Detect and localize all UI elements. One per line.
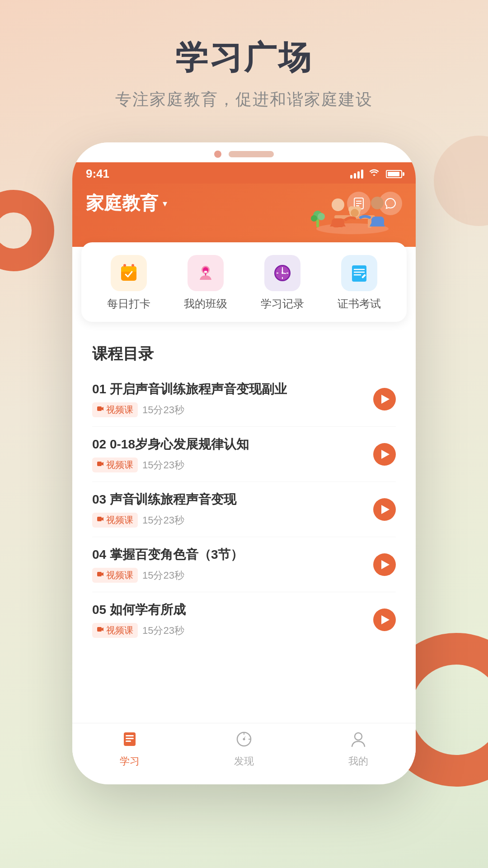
app-title-row: 家庭教育 ▾ xyxy=(86,191,167,216)
svg-point-18 xyxy=(311,215,317,222)
profile-nav-icon xyxy=(350,731,367,752)
svg-point-19 xyxy=(318,213,325,220)
course-tag: 视频课 xyxy=(92,513,138,528)
study-nav-label: 学习 xyxy=(120,755,140,768)
course-item-title: 03 声音训练旅程声音变现 xyxy=(92,491,373,508)
play-button[interactable] xyxy=(373,553,396,576)
status-icons xyxy=(350,169,402,179)
course-item[interactable]: 04 掌握百变角色音（3节） 视频课 15分23秒 xyxy=(92,537,396,592)
play-triangle-icon xyxy=(381,450,389,459)
course-item-left: 02 0-18岁身心发展规律认知 视频课 15分23秒 xyxy=(92,436,373,472)
phone-camera xyxy=(214,151,221,158)
play-button[interactable] xyxy=(373,609,396,631)
app-title: 家庭教育 xyxy=(86,191,158,216)
course-item-title: 01 开启声音训练旅程声音变现副业 xyxy=(92,381,373,398)
status-bar: 9:41 xyxy=(72,162,416,184)
course-duration: 15分23秒 xyxy=(142,403,184,417)
play-triangle-icon xyxy=(381,395,389,404)
course-section-title: 课程目录 xyxy=(92,344,396,364)
course-duration: 15分23秒 xyxy=(142,624,184,637)
course-item-left: 04 掌握百变角色音（3节） 视频课 15分23秒 xyxy=(92,546,373,583)
course-item[interactable]: 05 如何学有所成 视频课 15分23秒 xyxy=(92,592,396,647)
study-record-label: 学习记录 xyxy=(261,297,304,311)
svg-point-56 xyxy=(355,733,362,740)
video-icon xyxy=(97,405,104,415)
svg-point-24 xyxy=(131,264,134,267)
svg-rect-49 xyxy=(126,735,134,736)
course-tag: 视频课 xyxy=(92,623,138,638)
course-item[interactable]: 01 开启声音训练旅程声音变现副业 视频课 15分23秒 xyxy=(92,372,396,427)
svg-rect-15 xyxy=(371,217,384,226)
video-icon xyxy=(97,515,104,525)
my-class-icon xyxy=(188,255,224,291)
page-header: 学习广场 专注家庭教育，促进和谐家庭建设 xyxy=(0,0,488,129)
quick-menu-study-record[interactable]: 学习记录 xyxy=(261,255,304,311)
svg-rect-38 xyxy=(352,265,366,282)
course-item-title: 05 如何学有所成 xyxy=(92,601,373,618)
play-triangle-icon xyxy=(381,505,389,514)
course-duration: 15分23秒 xyxy=(142,569,184,582)
course-item-meta: 视频课 15分23秒 xyxy=(92,402,373,417)
course-list: 01 开启声音训练旅程声音变现副业 视频课 15分23秒 xyxy=(92,372,396,647)
course-item-left: 05 如何学有所成 视频课 15分23秒 xyxy=(92,601,373,638)
play-button[interactable] xyxy=(373,498,396,521)
app-header: 家庭教育 ▾ xyxy=(72,184,416,247)
status-time: 9:41 xyxy=(86,167,109,181)
course-item-title: 04 掌握百变角色音（3节） xyxy=(92,546,373,563)
svg-rect-50 xyxy=(126,738,134,739)
svg-rect-45 xyxy=(97,517,102,521)
course-duration: 15分23秒 xyxy=(142,458,184,472)
svg-rect-27 xyxy=(204,271,207,273)
svg-rect-46 xyxy=(97,572,102,576)
phone-notch xyxy=(72,142,416,162)
wifi-icon xyxy=(369,169,380,179)
phone-mockup: 9:41 xyxy=(72,142,416,784)
nav-profile[interactable]: 我的 xyxy=(348,731,368,768)
course-tag: 视频课 xyxy=(92,402,138,417)
course-item-left: 01 开启声音训练旅程声音变现副业 视频课 15分23秒 xyxy=(92,381,373,417)
video-icon xyxy=(97,571,104,580)
app-content: 9:41 xyxy=(72,162,416,777)
study-record-icon xyxy=(264,255,300,291)
course-item[interactable]: 03 声音训练旅程声音变现 视频课 15分23秒 xyxy=(92,482,396,537)
course-item-meta: 视频课 15分23秒 xyxy=(92,513,373,528)
course-section: 课程目录 01 开启声音训练旅程声音变现副业 视频课 xyxy=(81,331,407,723)
course-tag: 视频课 xyxy=(92,568,138,583)
my-class-label: 我的班级 xyxy=(184,297,227,311)
svg-rect-47 xyxy=(97,627,102,632)
battery-icon xyxy=(386,170,402,178)
header-illustration xyxy=(307,186,407,237)
daily-checkin-icon xyxy=(111,255,147,291)
bottom-nav: 学习 发现 xyxy=(72,723,416,777)
svg-point-12 xyxy=(332,198,344,211)
play-triangle-icon xyxy=(381,615,389,624)
course-item-meta: 视频课 15分23秒 xyxy=(92,568,373,583)
quick-menu-card: 每日打卡 我的班级 xyxy=(81,242,407,322)
course-item[interactable]: 02 0-18岁身心发展规律认知 视频课 15分23秒 xyxy=(92,427,396,482)
daily-checkin-label: 每日打卡 xyxy=(107,297,150,311)
course-item-title: 02 0-18岁身心发展规律认知 xyxy=(92,436,373,453)
discover-nav-label: 发现 xyxy=(234,755,254,768)
nav-discover[interactable]: 发现 xyxy=(234,731,254,768)
svg-rect-13 xyxy=(332,218,344,227)
page-title: 学习广场 xyxy=(0,36,488,80)
svg-rect-44 xyxy=(97,462,102,466)
play-button[interactable] xyxy=(373,443,396,466)
course-item-meta: 视频课 15分23秒 xyxy=(92,623,373,638)
phone-speaker xyxy=(229,151,274,157)
dropdown-arrow-icon[interactable]: ▾ xyxy=(163,198,167,209)
nav-study[interactable]: 学习 xyxy=(120,731,140,768)
profile-nav-label: 我的 xyxy=(348,755,368,768)
course-item-left: 03 声音训练旅程声音变现 视频课 15分23秒 xyxy=(92,491,373,528)
quick-menu-daily-checkin[interactable]: 每日打卡 xyxy=(107,255,150,311)
study-nav-icon xyxy=(121,731,138,752)
svg-point-37 xyxy=(282,272,283,274)
course-tag: 视频课 xyxy=(92,458,138,472)
video-icon xyxy=(97,626,104,635)
quick-menu-my-class[interactable]: 我的班级 xyxy=(184,255,227,311)
video-icon xyxy=(97,460,104,470)
svg-rect-43 xyxy=(97,406,102,411)
quick-menu-cert-exam[interactable]: 证书考试 xyxy=(338,255,381,311)
signal-icon xyxy=(350,170,363,179)
play-button[interactable] xyxy=(373,388,396,410)
